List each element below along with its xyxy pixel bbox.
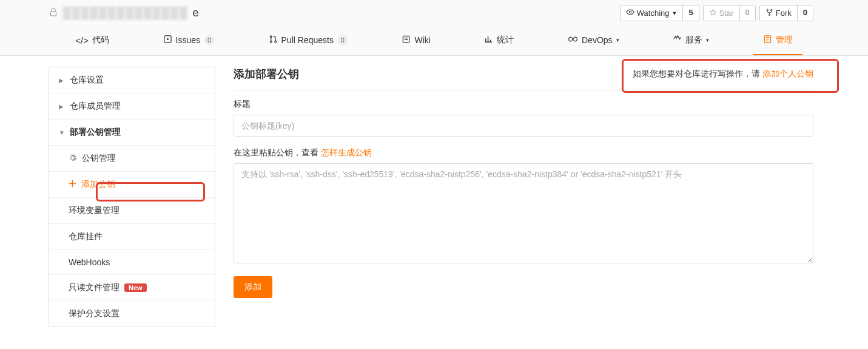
- watch-count[interactable]: 5: [682, 5, 698, 21]
- plus-icon: [69, 180, 76, 189]
- chevron-down-icon: ▾: [616, 37, 619, 43]
- svg-point-7: [270, 36, 272, 38]
- submit-button[interactable]: 添加: [234, 276, 272, 298]
- stats-icon: [484, 35, 493, 46]
- top-bar: ██████████████ e Watching ▼ 5 Star 0 For…: [0, 0, 868, 26]
- caret-down-icon: ▼: [59, 129, 65, 136]
- star-button[interactable]: Star: [704, 5, 739, 21]
- sidebar-item-env-var[interactable]: 环境变量管理: [49, 198, 215, 224]
- wiki-icon: [402, 35, 411, 46]
- watch-button[interactable]: Watching ▼: [621, 5, 683, 21]
- fork-button[interactable]: Fork: [760, 5, 797, 21]
- tab-wiki[interactable]: Wiki: [392, 26, 440, 55]
- hint-text: 如果您想要对仓库进行写操作，请 添加个人公钥: [633, 69, 813, 80]
- star-group: Star 0: [703, 5, 756, 21]
- caret-right-icon: ▶: [59, 103, 65, 110]
- eye-icon: [626, 8, 634, 18]
- tab-manage[interactable]: 管理: [753, 26, 802, 55]
- svg-point-8: [270, 41, 272, 42]
- issues-icon: [163, 35, 172, 46]
- tab-stats[interactable]: 统计: [474, 26, 523, 55]
- chevron-down-icon: ▾: [706, 37, 709, 43]
- svg-point-4: [769, 14, 770, 15]
- sidebar-item-plugins[interactable]: 仓库挂件: [49, 224, 215, 250]
- svg-point-3: [770, 9, 772, 10]
- sidebar-item-branch-protect[interactable]: 保护分支设置: [49, 301, 215, 327]
- nav-tabs: </>代码 Issues0 Pull Requests0 Wiki 统计 Dev…: [0, 26, 868, 56]
- pr-icon: [269, 35, 278, 46]
- manage-icon: [763, 35, 772, 46]
- svg-point-6: [167, 39, 168, 40]
- tab-devops[interactable]: DevOps▾: [558, 26, 629, 55]
- fork-group: Fork 0: [759, 5, 813, 21]
- sidebar-item-member-mgmt[interactable]: ▶仓库成员管理: [49, 93, 215, 120]
- add-personal-key-link[interactable]: 添加个人公钥: [762, 69, 813, 78]
- key-label: 在这里粘贴公钥，查看 怎样生成公钥: [234, 147, 813, 158]
- how-to-generate-link[interactable]: 怎样生成公钥: [321, 147, 372, 157]
- devops-icon: [568, 35, 578, 46]
- tab-code[interactable]: </>代码: [66, 26, 119, 55]
- page-title: 添加部署公钥: [234, 67, 299, 81]
- fork-icon: [765, 8, 773, 18]
- star-icon: [709, 8, 717, 18]
- sidebar-item-deploy-key-mgmt[interactable]: ▼部署公钥管理: [49, 120, 215, 146]
- sidebar: ▶仓库设置 ▶仓库成员管理 ▼部署公钥管理 公钥管理 添加公钥 环境变量管理 仓…: [49, 67, 215, 327]
- main-content: 添加部署公钥 如果您想要对仓库进行写操作，请 添加个人公钥 标题 在这里粘贴公钥…: [234, 67, 813, 327]
- key-textarea[interactable]: [234, 163, 813, 263]
- svg-rect-0: [51, 12, 56, 16]
- repo-title: ██████████████ e: [49, 7, 200, 19]
- caret-right-icon: ▶: [59, 77, 65, 84]
- title-input[interactable]: [234, 115, 813, 137]
- star-count[interactable]: 0: [739, 5, 755, 21]
- sidebar-item-key-mgmt[interactable]: 公钥管理: [49, 146, 215, 172]
- chevron-down-icon: ▼: [672, 10, 678, 16]
- svg-point-9: [274, 41, 276, 42]
- sidebar-item-readonly[interactable]: 只读文件管理New: [49, 275, 215, 301]
- issues-badge: 0: [204, 35, 215, 46]
- title-label: 标题: [234, 99, 813, 110]
- code-icon: </>: [75, 35, 89, 46]
- svg-point-2: [767, 9, 768, 10]
- sidebar-item-add-key[interactable]: 添加公钥: [49, 172, 215, 198]
- tab-issues[interactable]: Issues0: [153, 26, 224, 55]
- gear-icon: [69, 154, 77, 164]
- svg-point-1: [629, 11, 631, 13]
- sidebar-item-webhooks[interactable]: WebHooks: [49, 250, 215, 275]
- services-icon: [673, 35, 682, 46]
- new-badge: New: [124, 283, 147, 292]
- fork-count[interactable]: 0: [797, 5, 813, 21]
- tab-services[interactable]: 服务▾: [663, 26, 719, 55]
- lock-icon: [49, 7, 58, 19]
- watch-group: Watching ▼ 5: [620, 5, 699, 21]
- pr-badge: 0: [337, 35, 348, 46]
- action-buttons: Watching ▼ 5 Star 0 Fork 0: [620, 5, 813, 21]
- sidebar-item-repo-settings[interactable]: ▶仓库设置: [49, 67, 215, 93]
- svg-rect-10: [403, 36, 409, 42]
- tab-pull-requests[interactable]: Pull Requests0: [259, 26, 358, 55]
